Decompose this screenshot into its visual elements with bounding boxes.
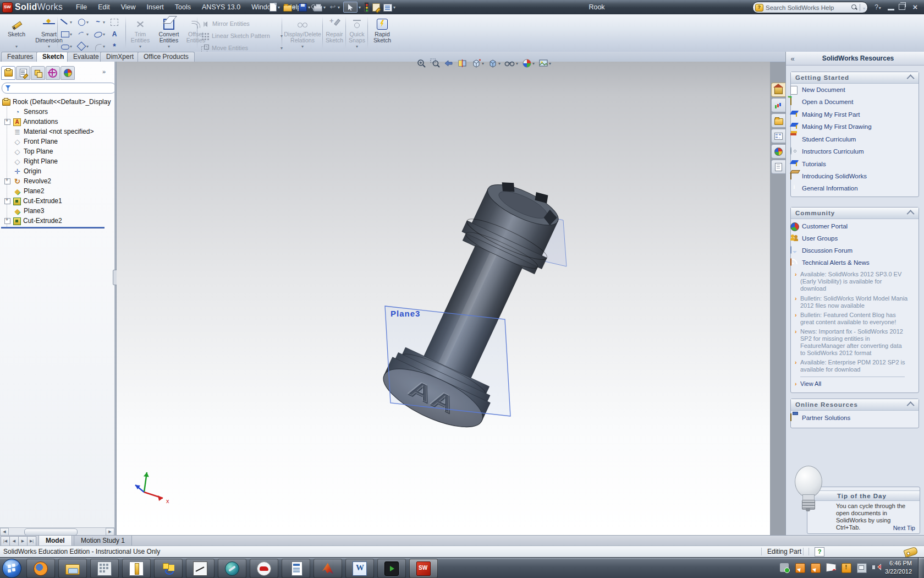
new-document-button[interactable] (268, 2, 281, 12)
edit-appearance-button[interactable]: ▾ (522, 58, 535, 68)
news-item[interactable]: Available: Enterprise PDM 2012 SP2 is av… (800, 359, 908, 373)
show-desktop-button[interactable] (918, 558, 924, 578)
tab-scroll-prev-button[interactable]: ◀ (9, 536, 19, 546)
minimize-button[interactable] (888, 9, 894, 10)
linear-sketch-pattern-button[interactable]: Linear Sketch Pattern ▾ (201, 31, 283, 41)
close-button[interactable]: × (910, 2, 921, 12)
zoom-to-fit-button[interactable] (416, 58, 426, 68)
custom-properties-tab[interactable] (771, 160, 785, 174)
options-button[interactable] (382, 2, 397, 12)
section-view-button[interactable] (458, 58, 468, 68)
rapid-sketch-button[interactable]: Rapid Sketch (370, 15, 395, 51)
collapse-chevron-icon[interactable] (907, 210, 915, 217)
tutorials-link[interactable]: Tutorials (790, 159, 826, 169)
news-item[interactable]: News: Important fix - SolidWorks 2012 SP… (800, 328, 908, 357)
menu-view[interactable]: View (116, 1, 141, 13)
taskbar-word[interactable] (345, 559, 374, 578)
select-tool-button[interactable] (342, 1, 362, 13)
collapse-chevron-icon[interactable] (907, 401, 915, 409)
tab-sketch[interactable]: Sketch (36, 52, 70, 62)
partner-solutions-link[interactable]: Partner Solutions (790, 413, 850, 423)
expand-annotations[interactable] (4, 119, 10, 125)
introducing-solidworks-link[interactable]: Introducing SolidWorks (790, 171, 867, 181)
community-header[interactable]: Community (791, 208, 919, 219)
scrollbar-thumb[interactable] (24, 528, 78, 536)
file-explorer-tab[interactable] (771, 113, 785, 128)
view-orientation-button[interactable]: ▾ (471, 58, 484, 68)
quick-snaps-button[interactable]: Quick Snaps ▾ (346, 15, 367, 51)
slot-tool[interactable]: ▾ (61, 41, 77, 52)
appearances-scenes-tab[interactable] (771, 144, 785, 159)
solidworks-resources-tab[interactable] (771, 83, 785, 97)
sketch-text-tool[interactable] (110, 29, 127, 40)
sketch-fillet-tool[interactable]: ▾ (94, 41, 110, 52)
student-curriculum-link[interactable]: Student Curriculum (790, 134, 856, 144)
tag-icon[interactable] (903, 547, 918, 558)
tree-root[interactable]: Rook (Default<<Default>_Display (2, 97, 111, 107)
network-icon[interactable] (857, 563, 867, 573)
tree-item-sensors[interactable]: Sensors (13, 107, 48, 117)
tab-scroll-next-button[interactable]: ▶ (18, 536, 28, 546)
rollback-bar[interactable] (1, 227, 105, 228)
design-library-tab[interactable] (771, 98, 785, 112)
tree-filter-box[interactable] (2, 83, 116, 94)
search-input[interactable]: Search SolidWorks Help (766, 4, 849, 11)
menu-tools[interactable]: Tools (169, 1, 196, 13)
discussion-forum-link[interactable]: Discussion Forum (790, 246, 853, 255)
apply-scene-button[interactable]: ▾ (538, 58, 551, 68)
news-item[interactable]: Bulletin: SolidWorks World Model Mania 2… (800, 295, 908, 309)
convert-dropdown[interactable]: ▾ (155, 43, 183, 49)
taskbar-explorer[interactable] (58, 559, 87, 578)
taskbar-app-building[interactable] (90, 559, 119, 578)
view-palette-tab[interactable] (771, 129, 785, 143)
circle-tool[interactable]: ▾ (77, 17, 94, 28)
display-delete-relations-button[interactable]: Display/Delete Relations ▾ (284, 15, 321, 51)
tab-office-products[interactable]: Office Products (138, 52, 195, 62)
quick-tips-icon[interactable]: ? (815, 547, 824, 557)
panel-horizontal-scrollbar[interactable]: ◀ ▶ (0, 527, 115, 536)
taskbar-app-tiff[interactable] (282, 559, 310, 578)
zoom-to-area-button[interactable] (430, 58, 440, 68)
open-document-link[interactable]: Open a Document (790, 97, 853, 107)
next-tip-link[interactable]: Next Tip (893, 525, 915, 531)
tree-item-plane2[interactable]: Plane2 (13, 186, 44, 196)
arc-tool[interactable]: ▾ (77, 29, 94, 40)
help-search-box[interactable]: Search SolidWorks Help (752, 2, 868, 13)
quick-snaps-dropdown[interactable]: ▾ (346, 43, 367, 49)
alert-icon[interactable] (842, 563, 851, 573)
linear-pattern-dropdown[interactable]: ▾ (280, 34, 283, 39)
tree-item-cut-extrude2[interactable]: Cut-Extrude2 (13, 216, 62, 226)
ellipse-tool[interactable]: ▾ (94, 29, 110, 40)
help-button[interactable]: ? (872, 3, 883, 11)
taskbar-app-car[interactable] (250, 559, 278, 578)
tree-item-right-plane[interactable]: Right Plane (13, 156, 58, 166)
taskbar-matlab[interactable] (314, 559, 342, 578)
tree-item-top-plane[interactable]: Top Plane (13, 146, 53, 156)
sync-arrow-icon[interactable] (795, 563, 805, 573)
tab-evaluate[interactable]: Evaluate (67, 52, 105, 62)
general-information-link[interactable]: General Information (790, 183, 858, 193)
print-button[interactable] (312, 3, 327, 12)
displaymanager-tab[interactable] (61, 66, 75, 80)
box-select-tool[interactable] (110, 17, 127, 28)
save-button[interactable] (298, 3, 311, 12)
first-drawing-link[interactable]: Making My First Drawing (790, 122, 872, 132)
tree-item-revolve2[interactable]: Revolve2 (13, 176, 51, 186)
tab-scroll-first-button[interactable]: |◀ (1, 536, 10, 546)
expand-revolve2[interactable] (4, 178, 10, 184)
tab-dimxpert[interactable]: DimXpert (100, 52, 140, 62)
display-delete-dropdown[interactable]: ▾ (284, 43, 321, 49)
trim-entities-button[interactable]: Trim Entities ▾ (128, 15, 153, 51)
taskbar-app-tool[interactable] (218, 559, 246, 578)
menu-ansys[interactable]: ANSYS 13.0 (196, 1, 246, 13)
online-resources-header[interactable]: Online Resources (791, 399, 919, 411)
tree-item-cut-extrude1[interactable]: Cut-Extrude1 (13, 196, 62, 206)
hide-show-items-button[interactable]: ▾ (504, 58, 518, 68)
mirror-entities-button[interactable]: Mirror Entities (201, 19, 283, 29)
sync-arrow-icon[interactable] (811, 563, 821, 573)
taskbar-solidworks[interactable] (409, 559, 438, 578)
taskbar-firefox[interactable] (26, 559, 55, 578)
volume-muted-icon[interactable] (872, 563, 881, 572)
taskbar-app-process[interactable] (122, 559, 151, 578)
taskbar-app-blocks[interactable] (154, 559, 183, 578)
